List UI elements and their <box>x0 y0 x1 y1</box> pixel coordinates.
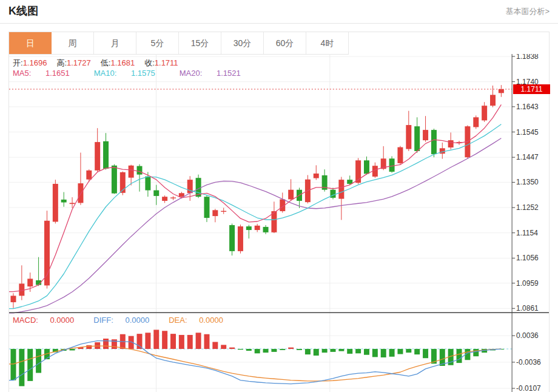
tab-15min[interactable]: 15分 <box>179 32 221 54</box>
svg-text:-0.0036: -0.0036 <box>516 358 541 367</box>
kline-panel: 日 周 月 5分 15分 30分 60分 4时 1.18381.17401.16… <box>8 32 550 392</box>
svg-text:1.1350: 1.1350 <box>516 178 539 186</box>
timeframe-tabs: 日 周 月 5分 15分 30分 60分 4时 <box>9 32 349 55</box>
tab-week[interactable]: 周 <box>52 32 94 54</box>
svg-text:1.1643: 1.1643 <box>516 103 539 111</box>
svg-text:1.1447: 1.1447 <box>516 153 539 161</box>
tab-30min[interactable]: 30分 <box>221 32 264 54</box>
svg-text:1.1545: 1.1545 <box>516 128 539 137</box>
chart-area: 1.18381.17401.16431.15451.14471.13501.12… <box>9 54 549 392</box>
page-title: K线图 <box>8 4 38 18</box>
svg-text:1.0959: 1.0959 <box>516 279 539 288</box>
svg-text:1.1056: 1.1056 <box>516 254 539 262</box>
svg-text:1.1252: 1.1252 <box>516 203 539 212</box>
kline-chart[interactable]: 1.18381.17401.16431.15451.14471.13501.12… <box>9 54 549 392</box>
tab-60min[interactable]: 60分 <box>264 32 306 54</box>
svg-text:-0.0107: -0.0107 <box>516 384 541 392</box>
header-divider <box>0 23 558 24</box>
svg-text:1.1154: 1.1154 <box>516 229 538 237</box>
svg-text:0.0036: 0.0036 <box>516 331 539 340</box>
tab-day[interactable]: 日 <box>9 32 52 54</box>
last-price-badge: 1.1711 <box>513 84 550 94</box>
svg-text:1.0861: 1.0861 <box>516 304 539 313</box>
fundamental-analysis-link[interactable]: 基本面分析> <box>505 6 550 17</box>
tab-5min[interactable]: 5分 <box>136 32 179 54</box>
tab-month[interactable]: 月 <box>94 32 136 54</box>
svg-text:1.1838: 1.1838 <box>516 54 539 61</box>
tab-4hour[interactable]: 4时 <box>306 32 349 54</box>
